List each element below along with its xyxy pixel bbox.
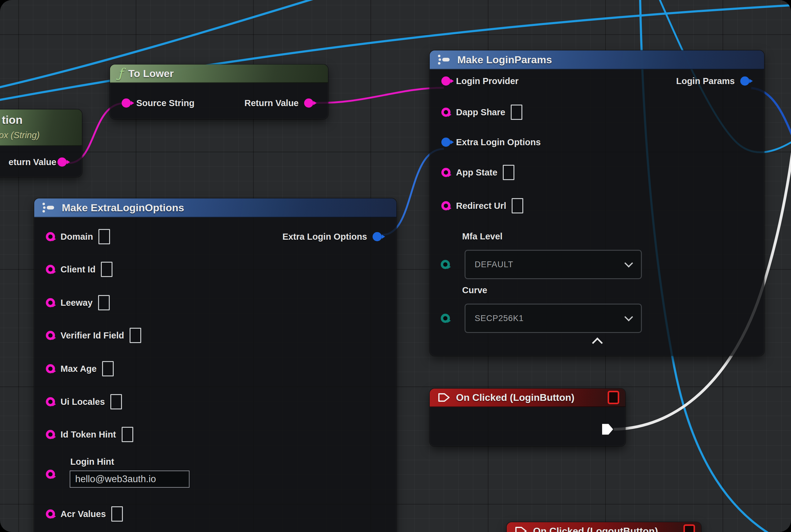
- pin-login-hint[interactable]: [46, 470, 55, 479]
- delegate-pin[interactable]: [607, 391, 619, 404]
- node-title: Make ExtraLoginOptions: [62, 202, 184, 214]
- pin-curve[interactable]: [441, 314, 450, 323]
- pin-label-extra-login-options-in: Extra Login Options: [456, 137, 541, 147]
- curve-dropdown[interactable]: SECP256K1: [465, 304, 642, 333]
- pin-label-return-value: eturn Value: [8, 157, 56, 167]
- pin-label-id-token-hint: Id Token Hint: [60, 430, 116, 440]
- checkbox-redirect-url[interactable]: [512, 198, 523, 213]
- node-title: On Clicked (LoginButton): [456, 392, 575, 403]
- pin-max-age[interactable]: [46, 364, 55, 373]
- event-icon: [438, 392, 450, 403]
- chevron-down-icon: [624, 313, 633, 321]
- pin-id-token-hint[interactable]: [46, 430, 55, 439]
- pin-dapp-share[interactable]: [441, 108, 450, 117]
- pin-client-id[interactable]: [46, 265, 55, 274]
- checkbox-id-token-hint[interactable]: [122, 427, 133, 442]
- node-header: ƒ To Lower: [110, 64, 328, 83]
- pin-exec-out[interactable]: [602, 423, 613, 435]
- pin-app-state[interactable]: [441, 168, 450, 177]
- node-title: To Lower: [128, 68, 174, 79]
- node-make-loginparams[interactable]: Make LoginParams Login Provider Login Pa…: [430, 51, 764, 356]
- pin-mfa-level[interactable]: [441, 260, 450, 269]
- pin-verifier-id-field[interactable]: [46, 331, 55, 340]
- node-subtitle-fragment: ox (String): [0, 130, 40, 140]
- checkbox-dapp-share[interactable]: [511, 104, 522, 120]
- delegate-pin[interactable]: [683, 524, 695, 532]
- pin-label-client-id: Client Id: [60, 264, 95, 274]
- checkbox-client-id[interactable]: [101, 262, 113, 277]
- make-struct-icon: [438, 54, 452, 65]
- pin-acr-values[interactable]: [46, 509, 55, 518]
- pin-label-return-value: Return Value: [245, 98, 298, 108]
- pin-login-params-out[interactable]: [740, 76, 749, 86]
- node-header: On Clicked (LoginButton): [430, 388, 625, 407]
- collapse-node-chevron-icon[interactable]: [592, 338, 603, 348]
- pin-extra-login-options-out[interactable]: [372, 232, 382, 241]
- pin-extra-login-options-in[interactable]: [441, 138, 450, 147]
- mfa-level-value: DEFAULT: [475, 260, 514, 269]
- curve-value: SECP256K1: [475, 314, 524, 323]
- node-title-fragment: tion: [2, 114, 23, 127]
- node-onclicked-loginbutton[interactable]: On Clicked (LoginButton): [430, 388, 625, 446]
- pin-leeway[interactable]: [46, 298, 55, 307]
- pin-redirect-url[interactable]: [441, 201, 450, 210]
- login-hint-input[interactable]: [70, 471, 190, 488]
- make-struct-icon: [42, 203, 56, 213]
- node-to-lower[interactable]: ƒ To Lower Source String Return Value: [110, 64, 328, 119]
- checkbox-verifier-id-field[interactable]: [130, 328, 141, 343]
- event-icon: [515, 526, 527, 532]
- pin-label-extra-login-options-out: Extra Login Options: [283, 232, 367, 242]
- pin-label-acr-values: Acr Values: [60, 509, 106, 519]
- pin-label-app-state: App State: [456, 168, 497, 178]
- pin-label-login-params-out: Login Params: [676, 76, 735, 86]
- checkbox-max-age[interactable]: [102, 361, 114, 376]
- pin-label-source-string: Source String: [136, 98, 194, 108]
- pin-label-redirect-url: Redirect Url: [456, 201, 506, 211]
- pin-label-dapp-share: Dapp Share: [456, 107, 505, 117]
- pin-label-ui-locales: Ui Locales: [60, 397, 105, 407]
- pin-source-string[interactable]: [122, 98, 131, 108]
- mfa-level-dropdown[interactable]: DEFAULT: [465, 250, 642, 279]
- pin-label-leeway: Leeway: [60, 298, 93, 308]
- checkbox-leeway[interactable]: [98, 295, 110, 310]
- node-onclicked-logoutbutton[interactable]: On Clicked (LogoutButton): [507, 522, 701, 532]
- chevron-down-icon: [624, 259, 633, 268]
- node-header: Make LoginParams: [430, 51, 764, 70]
- function-icon: ƒ: [118, 67, 123, 80]
- pin-label-mfa-level: Mfa Level: [462, 231, 502, 242]
- node-header: Make ExtraLoginOptions: [34, 198, 397, 217]
- pin-label-login-hint: Login Hint: [70, 457, 114, 467]
- pin-label-max-age: Max Age: [60, 364, 97, 374]
- pin-label-curve: Curve: [462, 285, 487, 296]
- pin-string-return-value[interactable]: [57, 157, 66, 167]
- pin-ui-locales[interactable]: [46, 397, 55, 406]
- node-make-extraloginoptions[interactable]: Make ExtraLoginOptions Domain Extra Logi…: [34, 198, 397, 532]
- blueprint-canvas[interactable]: tion ox (String) eturn Value ƒ To Lower …: [0, 0, 791, 532]
- pin-label-verifier-id-field: Verifier Id Field: [60, 330, 124, 341]
- pin-return-value[interactable]: [304, 98, 313, 108]
- node-string-source-partial[interactable]: tion ox (String) eturn Value: [0, 110, 82, 177]
- node-title: On Clicked (LogoutButton): [533, 526, 658, 532]
- checkbox-ui-locales[interactable]: [110, 394, 122, 410]
- checkbox-app-state[interactable]: [503, 165, 515, 180]
- checkbox-acr-values[interactable]: [111, 506, 123, 521]
- node-header: On Clicked (LogoutButton): [507, 522, 701, 532]
- wire-tolower-to-loginprovider[interactable]: [312, 88, 444, 103]
- node-title: Make LoginParams: [457, 54, 552, 66]
